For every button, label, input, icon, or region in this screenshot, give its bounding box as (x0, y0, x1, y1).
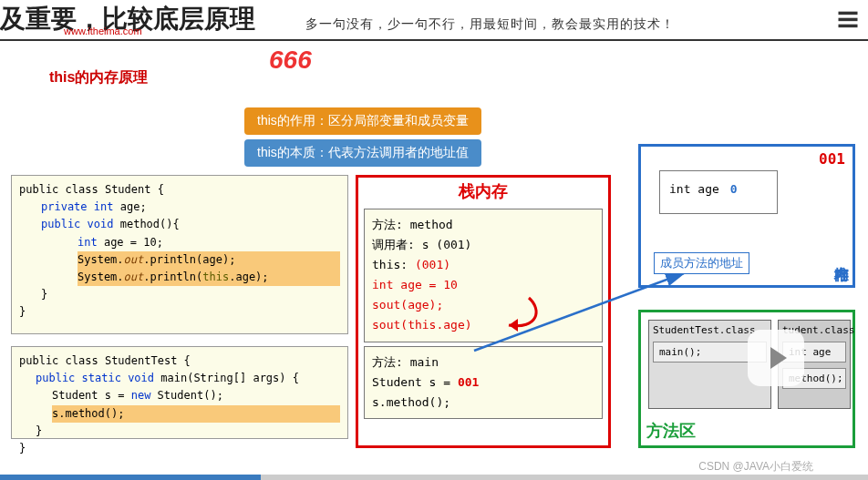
code-line: public class StudentTest { (19, 352, 340, 370)
tag-this-role: this的作用：区分局部变量和成员变量 (244, 107, 481, 135)
frame-text: Student s = (372, 375, 458, 389)
stack-frame-method: 方法: method 调用者: s (001) this: (001) int … (364, 209, 603, 342)
heap-object: int age0 (659, 170, 778, 214)
heap-method-addr: 成员方法的地址 (654, 252, 749, 274)
code-line: } (19, 440, 340, 457)
bullet-comment: 666 (269, 46, 312, 75)
frame-line: sout(age); (372, 295, 594, 315)
code-text: .println( (143, 271, 202, 283)
method-area: StudentTest.class main(); tudent.class i… (638, 310, 855, 448)
code-line: } (19, 423, 340, 440)
svg-rect-2 (839, 25, 858, 28)
code-text: Student s = (52, 389, 131, 402)
header: 及重要，比较底层原理 www.itheima.com 多一句没有，少一句不行，用… (0, 0, 868, 41)
stack-frame-main: 方法: main Student s = 001 s.method(); (364, 346, 603, 419)
frame-addr: (001) (415, 258, 450, 271)
svg-rect-0 (839, 12, 858, 15)
heap-address: 001 (819, 150, 845, 168)
heap-memory: 001 int age0 成员方法的地址 (638, 144, 855, 288)
slogan: 多一句没有，少一句不行，用最短时间，教会最实用的技术！ (305, 16, 675, 33)
brand-url: www.itheima.com (64, 26, 142, 36)
frame-text: this: (372, 258, 415, 271)
method-area-label: 方法区 (646, 420, 696, 442)
section-title: this的内存原理 (49, 68, 148, 87)
code-text: .age); (229, 271, 268, 283)
code-line: s.method(); (52, 405, 340, 423)
frame-line: int age = 10 (372, 275, 594, 295)
progress-bar[interactable] (0, 475, 868, 480)
frame-line: s.method(); (372, 393, 594, 413)
code-kw: out (124, 271, 144, 283)
watermark: CSDN @JAVA小白爱统 (698, 459, 813, 475)
code-text: .println(age); (143, 253, 235, 266)
code-text: System. (78, 253, 124, 266)
tag-this-essence: this的本质：代表方法调用者的地址值 (244, 139, 481, 167)
frame-line: 方法: main (372, 352, 594, 373)
menu-icon (835, 7, 861, 33)
code-text: System. (78, 271, 124, 283)
code-kw: this (202, 271, 229, 283)
field-value: 0 (730, 182, 738, 196)
play-button[interactable] (748, 330, 804, 386)
field-name: int age (669, 182, 719, 196)
code-line: public class Student { (19, 181, 340, 199)
frame-addr: 001 (458, 375, 479, 389)
code-studenttest: public class StudentTest { public static… (11, 346, 348, 439)
code-kw: new (131, 389, 151, 402)
frame-line: 调用者: s (001) (372, 235, 594, 255)
code-kw: out (124, 253, 144, 266)
code-line: } (19, 286, 340, 303)
code-text: Student(); (150, 389, 222, 402)
code-student: public class Student { private int age; … (11, 175, 348, 334)
stack-title: 栈内存 (358, 178, 608, 205)
svg-rect-1 (839, 18, 858, 22)
frame-line: sout(this.age) (372, 315, 594, 335)
frame-line: 方法: method (372, 215, 594, 235)
code-line: } (19, 303, 340, 321)
stack-memory: 栈内存 方法: method 调用者: s (001) this: (001) … (356, 175, 611, 448)
